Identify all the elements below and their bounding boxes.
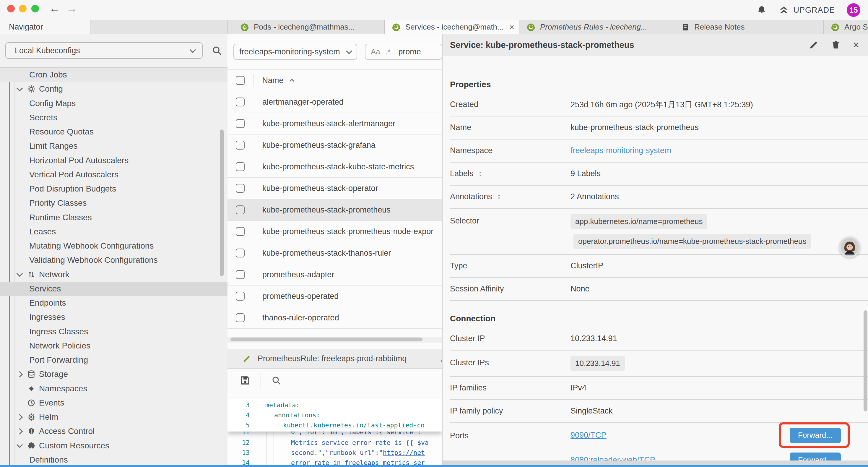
sidebar-item-mutating-webhook-configurations[interactable]: Mutating Webhook Configurations bbox=[0, 239, 227, 253]
back-button[interactable]: ← bbox=[49, 2, 60, 15]
window-minimize-button[interactable] bbox=[19, 5, 27, 12]
sidebar-item-endpoints[interactable]: Endpoints bbox=[0, 296, 227, 310]
horizontal-scrollbar-thumb[interactable] bbox=[230, 338, 423, 341]
forward-button[interactable]: → bbox=[66, 2, 78, 15]
tab-pods[interactable]: Pods - icecheng@mathmas... bbox=[233, 20, 385, 34]
bell-icon[interactable] bbox=[756, 5, 767, 15]
table-row[interactable]: kube-prometheus-stack-prometheus bbox=[227, 199, 442, 221]
sidebar-search-icon[interactable] bbox=[212, 45, 222, 56]
sidebar-item-network[interactable]: Network bbox=[0, 267, 227, 282]
row-checkbox[interactable] bbox=[236, 313, 245, 322]
upgrade-button[interactable]: UPGRADE bbox=[778, 5, 835, 15]
sidebar-item-network-policies[interactable]: Network Policies bbox=[0, 339, 227, 353]
navigator-panel-tab[interactable]: Navigator bbox=[0, 20, 90, 34]
forward-button[interactable]: Forward... bbox=[790, 428, 841, 443]
sort-updown-icon[interactable] bbox=[477, 170, 484, 177]
sidebar-item-vertical-pod-autoscalers[interactable]: Vertical Pod Autoscalers bbox=[0, 168, 227, 182]
table-row[interactable]: kube-prometheus-stack-grafana bbox=[227, 135, 442, 156]
sidebar-item-secrets[interactable]: Secrets bbox=[0, 111, 227, 125]
sidebar-item-events[interactable]: Events bbox=[0, 396, 227, 410]
table-row[interactable]: kube-prometheus-stack-alertmanager bbox=[227, 113, 442, 135]
sidebar-item-horizontal-pod-autoscalers[interactable]: Horizontal Pod Autoscalers bbox=[0, 153, 227, 168]
select-all-checkbox[interactable] bbox=[236, 76, 245, 85]
list-search-input[interactable]: Aa .* prome bbox=[365, 44, 442, 60]
editor-tab-partial[interactable] bbox=[435, 349, 442, 368]
row-checkbox[interactable] bbox=[236, 270, 245, 279]
sort-ascending-icon[interactable] bbox=[288, 77, 296, 84]
regex-toggle[interactable]: .* bbox=[385, 47, 391, 56]
chevron-down-icon[interactable] bbox=[16, 270, 23, 276]
match-case-toggle[interactable]: Aa bbox=[371, 47, 380, 56]
row-checkbox[interactable] bbox=[236, 162, 245, 171]
editor-tab-prometheusrule[interactable]: PrometheusRule: freeleaps-prod-rabbitmq bbox=[234, 349, 434, 368]
kubeconfig-select[interactable]: Local Kubeconfigs bbox=[5, 42, 203, 59]
namespace-select[interactable]: freeleaps-monitoring-system bbox=[234, 44, 357, 60]
sidebar-item-ingresses[interactable]: Ingresses bbox=[0, 310, 227, 324]
table-row[interactable]: kube-prometheus-stack-kube-state-metrics bbox=[227, 156, 442, 178]
table-row[interactable]: thanos-ruler-operated bbox=[227, 307, 442, 329]
sidebar-item-config[interactable]: Config bbox=[0, 82, 227, 96]
sort-updown-icon[interactable] bbox=[496, 193, 502, 200]
table-row[interactable]: kube-prometheus-stack-operator bbox=[227, 178, 442, 199]
horizontal-scrollbar[interactable] bbox=[227, 337, 442, 343]
sidebar-item-validating-webhook-configurations[interactable]: Validating Webhook Configurations bbox=[0, 253, 227, 267]
editor-search-icon[interactable] bbox=[271, 375, 281, 385]
sidebar-item-config-maps[interactable]: Config Maps bbox=[0, 96, 227, 111]
tab-argo[interactable]: Argo Se bbox=[824, 20, 868, 34]
user-avatar[interactable] bbox=[839, 236, 860, 258]
detail-scrollbar-thumb[interactable] bbox=[864, 310, 867, 411]
sidebar-item-custom-resources[interactable]: Custom Resources bbox=[0, 439, 227, 453]
chevron-right-icon[interactable] bbox=[16, 414, 23, 420]
detail-bottom-scrollbar[interactable] bbox=[442, 461, 868, 465]
sidebar-item-priority-classes[interactable]: Priority Classes bbox=[0, 196, 227, 210]
code-url-link[interactable]: https://net bbox=[383, 449, 425, 456]
row-checkbox[interactable] bbox=[236, 141, 245, 150]
sidebar-item-runtime-classes[interactable]: Runtime Classes bbox=[0, 210, 227, 225]
save-icon[interactable] bbox=[240, 375, 251, 386]
chevron-down-icon[interactable] bbox=[16, 85, 23, 91]
notification-badge[interactable]: 15 bbox=[847, 3, 860, 17]
sidebar-item-pod-disruption-budgets[interactable]: Pod Disruption Budgets bbox=[0, 182, 227, 196]
tab-services[interactable]: Services - icecheng@math... × bbox=[385, 20, 519, 34]
title-bar: ← → UPGRADE 15 bbox=[0, 0, 868, 20]
tab-close-icon[interactable]: × bbox=[509, 23, 514, 32]
port-link[interactable]: 9090/TCP bbox=[570, 431, 607, 440]
tab-prometheus-rules[interactable]: Prometheus Rules - icecheng... bbox=[519, 20, 674, 34]
sidebar-scrollbar[interactable] bbox=[220, 129, 224, 276]
row-checkbox[interactable] bbox=[236, 184, 245, 193]
sidebar-item-port-forwarding[interactable]: Port Forwarding bbox=[0, 353, 227, 367]
table-row[interactable]: kube-prometheus-stack-thanos-ruler bbox=[227, 242, 442, 264]
table-row[interactable]: prometheus-operated bbox=[227, 286, 442, 307]
name-column-header[interactable]: Name bbox=[262, 76, 284, 85]
trash-icon[interactable] bbox=[831, 40, 840, 50]
sidebar-item-access-control[interactable]: Access Control bbox=[0, 424, 227, 438]
window-zoom-button[interactable] bbox=[31, 5, 39, 12]
table-row[interactable]: alertmanager-operated bbox=[227, 91, 442, 113]
chevron-down-icon[interactable] bbox=[16, 442, 23, 448]
row-checkbox[interactable] bbox=[236, 292, 245, 300]
row-checkbox[interactable] bbox=[236, 97, 245, 107]
row-checkbox[interactable] bbox=[236, 227, 245, 236]
sidebar-item-namespaces[interactable]: Namespaces bbox=[0, 382, 227, 396]
edit-pencil-icon[interactable] bbox=[809, 40, 819, 50]
close-icon[interactable]: × bbox=[853, 39, 859, 50]
tab-release-notes[interactable]: Release Notes bbox=[674, 20, 824, 34]
chevron-right-icon[interactable] bbox=[16, 371, 23, 377]
sidebar-item-storage[interactable]: Storage bbox=[0, 367, 227, 381]
row-checkbox[interactable] bbox=[236, 249, 245, 258]
row-checkbox[interactable] bbox=[236, 119, 245, 128]
sidebar-item-helm[interactable]: Helm bbox=[0, 410, 227, 424]
sidebar-item-leases[interactable]: Leases bbox=[0, 225, 227, 239]
window-close-button[interactable] bbox=[7, 5, 15, 12]
sidebar-item-cron-jobs[interactable]: Cron Jobs bbox=[0, 68, 227, 82]
sidebar-item-resource-quotas[interactable]: Resource Quotas bbox=[0, 125, 227, 139]
table-row[interactable]: prometheus-adapter bbox=[227, 264, 442, 286]
sidebar-item-services[interactable]: Services bbox=[0, 282, 227, 296]
chevron-right-icon[interactable] bbox=[16, 428, 23, 435]
sidebar-item-limit-ranges[interactable]: Limit Ranges bbox=[0, 139, 227, 153]
sidebar-item-ingress-classes[interactable]: Ingress Classes bbox=[0, 324, 227, 339]
yaml-editor[interactable]: 3metadata:4annotations:5kubectl.kubernet… bbox=[227, 394, 442, 467]
namespace-link[interactable]: freeleaps-monitoring-system bbox=[570, 146, 671, 155]
table-row[interactable]: kube-prometheus-stack-prometheus-node-ex… bbox=[227, 221, 442, 242]
row-checkbox[interactable] bbox=[236, 205, 245, 214]
